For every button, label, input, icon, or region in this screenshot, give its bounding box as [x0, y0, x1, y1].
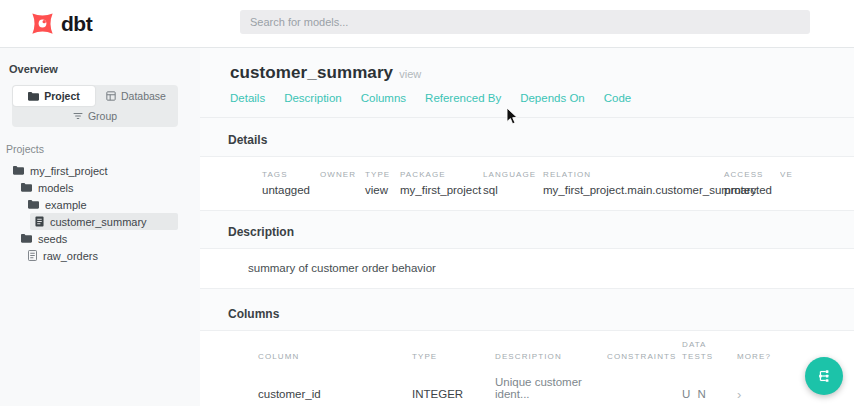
lineage-graph-icon — [816, 368, 832, 384]
field-label: Relation — [543, 170, 724, 179]
field-relation: Relation my_first_project.main.customer_… — [543, 170, 724, 197]
tree-item-label: raw_orders — [43, 250, 98, 262]
tab-project[interactable]: Project — [13, 86, 95, 106]
tree-item-my-first-project[interactable]: my_first_project — [0, 162, 200, 179]
field-label: Ve — [780, 170, 854, 179]
cell-description: Unique customer ident... — [495, 369, 607, 406]
tree-item-customer-summary[interactable]: customer_summary — [30, 213, 178, 230]
field-label: Owner — [320, 170, 365, 179]
field-value: my_first_project.main.customer_summary — [543, 184, 724, 197]
cell-data-tests: U N — [682, 381, 737, 406]
field-version: Ve — [780, 170, 854, 197]
cell-constraints — [607, 393, 682, 406]
cell-type: INTEGER — [412, 381, 495, 406]
field-value: untagged — [262, 184, 320, 197]
description-text: summary of customer order behavior — [248, 262, 436, 274]
search-input[interactable] — [240, 10, 810, 34]
tree-item-label: models — [38, 182, 73, 194]
field-value: view — [365, 184, 400, 197]
field-language: Language sql — [483, 170, 543, 197]
tab-depends-on[interactable]: Depends On — [520, 92, 585, 104]
col-header-constraints: Constraints — [607, 351, 682, 369]
field-value: my_first_project — [400, 184, 483, 197]
cell-column-name: customer_id — [258, 381, 412, 406]
description-heading: Description — [200, 225, 854, 239]
view-switcher: Project Database Group — [12, 85, 178, 127]
col-header-type: Type — [412, 351, 495, 369]
view-lineage-graph-button[interactable] — [805, 357, 843, 395]
database-icon — [106, 91, 116, 101]
col-header-description: Description — [495, 351, 607, 369]
field-label: Access — [724, 170, 780, 179]
tab-details[interactable]: Details — [230, 92, 265, 104]
file-icon — [35, 216, 44, 227]
tab-database-label: Database — [121, 90, 166, 102]
field-owner: Owner — [320, 170, 365, 197]
tab-group-label: Group — [88, 110, 117, 122]
field-label: Type — [365, 170, 400, 179]
field-label: Language — [483, 170, 543, 179]
tab-referenced-by[interactable]: Referenced By — [425, 92, 501, 104]
folder-icon — [21, 183, 32, 192]
field-type: Type view — [365, 170, 400, 197]
model-tabs: Details Description Columns Referenced B… — [200, 92, 854, 104]
tree-item-raw-orders[interactable]: raw_orders — [0, 247, 200, 264]
tab-project-label: Project — [44, 90, 80, 102]
col-header-column: Column — [258, 351, 412, 369]
tree-item-seeds[interactable]: seeds — [0, 230, 200, 247]
field-value: protected — [724, 184, 780, 197]
col-header-data-tests: Data Tests — [682, 339, 737, 369]
page-title: customer_summary — [230, 63, 393, 83]
sidebar: Overview Project Database Group — [0, 48, 200, 406]
tree-item-label: seeds — [38, 233, 67, 245]
details-card: Tags untagged Owner Type view Package my… — [200, 156, 854, 211]
field-access: Access protected — [724, 170, 780, 197]
tree-item-label: customer_summary — [50, 216, 147, 228]
tab-database[interactable]: Database — [95, 86, 177, 106]
folder-icon — [21, 234, 32, 243]
description-card: summary of customer order behavior — [200, 248, 854, 289]
columns-heading: Columns — [200, 307, 854, 321]
resource-type-badge: view — [399, 68, 421, 80]
folder-icon — [28, 92, 39, 101]
field-value — [780, 184, 854, 197]
tab-group[interactable]: Group — [13, 106, 177, 126]
main-content: customer_summary view Details Descriptio… — [200, 48, 854, 406]
field-value — [320, 184, 365, 197]
field-label: Tags — [262, 170, 320, 179]
top-bar: dbt — [0, 0, 854, 48]
tree-item-example[interactable]: example — [0, 196, 200, 213]
projects-label: Projects — [6, 143, 200, 155]
tree-item-label: my_first_project — [30, 165, 108, 177]
folder-icon — [13, 166, 24, 175]
tab-columns[interactable]: Columns — [361, 92, 406, 104]
dbt-logo-icon — [29, 10, 56, 37]
columns-header-row: Column Type Description Constraints Data… — [258, 339, 854, 369]
filter-icon — [73, 112, 83, 120]
columns-table: Column Type Description Constraints Data… — [200, 330, 854, 406]
tree-item-label: example — [45, 199, 87, 211]
divider — [200, 117, 854, 118]
field-label: Package — [400, 170, 483, 179]
table-row[interactable]: customer_id INTEGER Unique customer iden… — [258, 369, 854, 406]
field-package: Package my_first_project — [400, 170, 483, 197]
tree-item-models[interactable]: models — [0, 179, 200, 196]
file-icon — [28, 250, 37, 261]
dbt-logo[interactable]: dbt — [29, 10, 92, 37]
project-tree: my_first_project models example customer… — [0, 162, 200, 264]
tab-code[interactable]: Code — [604, 92, 632, 104]
field-value: sql — [483, 184, 543, 197]
field-tags: Tags untagged — [262, 170, 320, 197]
title-row: customer_summary view — [200, 48, 854, 83]
overview-link[interactable]: Overview — [9, 63, 200, 75]
dbt-logo-text: dbt — [61, 12, 92, 36]
tab-description[interactable]: Description — [284, 92, 342, 104]
details-heading: Details — [200, 133, 854, 147]
folder-icon — [28, 200, 39, 209]
